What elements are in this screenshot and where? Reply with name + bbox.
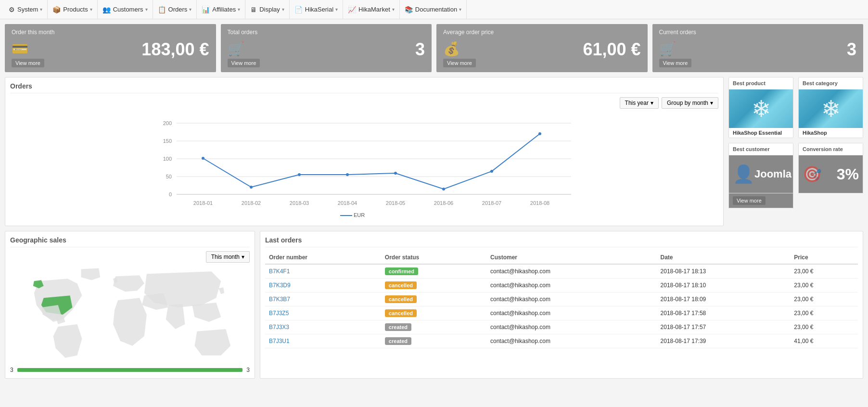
- group-by-month-button[interactable]: Group by month ▾: [662, 97, 718, 109]
- this-year-button[interactable]: This year ▾: [620, 97, 659, 109]
- svg-point-25: [490, 170, 493, 173]
- best-customer-card: Best customer 👤 Joomla View more: [728, 143, 793, 208]
- status-badge: created: [385, 337, 411, 345]
- orders-nav-icon: 📋: [158, 6, 166, 13]
- navbar-label-orders: Orders: [168, 6, 188, 13]
- stat-card-title-total-orders: Total orders: [228, 29, 425, 36]
- navbar-item-hikamarket[interactable]: 📈HikaMarket▾: [343, 0, 400, 19]
- chevron-products: ▾: [90, 7, 92, 12]
- conversion-rate-title: Conversion rate: [798, 143, 863, 155]
- stat-cards: Order this month 💳 183,00 € View more To…: [5, 24, 863, 72]
- order-link[interactable]: B7K4F1: [269, 268, 290, 275]
- chevron-down-icon: ▾: [651, 100, 653, 106]
- navbar-item-documentation[interactable]: 📚Documentation▾: [400, 0, 467, 19]
- stat-card-title-order-this-month: Order this month: [12, 29, 209, 36]
- navbar: ⚙System▾📦Products▾👥Customers▾📋Orders▾📊Af…: [0, 0, 868, 19]
- best-product-image: ❄: [729, 89, 793, 128]
- table-row: B7J3Z5 cancelled contact@hikashop.com 20…: [265, 306, 858, 320]
- view-more-btn-average-order-price[interactable]: View more: [443, 59, 476, 67]
- customer-cell: contact@hikashop.com: [486, 306, 657, 320]
- customer-cell: contact@hikashop.com: [486, 264, 657, 279]
- order-link[interactable]: B7K3B7: [269, 296, 290, 303]
- stat-card-current-orders: Current orders 🛒 3 View more: [652, 24, 864, 72]
- date-cell: 2018-08-17 17:58: [657, 306, 791, 320]
- chevron-down-icon-2: ▾: [710, 100, 713, 106]
- chevron-display: ▾: [282, 7, 284, 12]
- status-badge: cancelled: [385, 309, 417, 317]
- stat-card-value-order-this-month: 183,00 €: [12, 39, 209, 60]
- status-badge: cancelled: [385, 281, 417, 289]
- price-cell: 23,00 €: [790, 293, 858, 306]
- col-order-number: Order number: [265, 251, 381, 264]
- date-cell: 2018-08-17 18:13: [657, 264, 791, 279]
- view-more-btn-current-orders[interactable]: View more: [659, 59, 692, 67]
- navbar-label-products: Products: [63, 6, 88, 13]
- geo-bar: [17, 368, 243, 372]
- conversion-rate-card: Conversion rate 🎯 3%: [798, 143, 863, 208]
- hikamarket-nav-icon: 📈: [348, 6, 356, 13]
- order-status-cell: created: [381, 320, 486, 334]
- order-status-cell: cancelled: [381, 279, 486, 293]
- best-customer-view-more[interactable]: View more: [733, 196, 766, 205]
- stat-card-icon-order-this-month: 💳: [12, 41, 28, 57]
- chevron-hikaserial: ▾: [335, 7, 338, 12]
- view-more-btn-total-orders[interactable]: View more: [228, 59, 260, 67]
- navbar-label-display: Display: [259, 6, 280, 13]
- customer-avatar-icon: 👤: [733, 164, 754, 184]
- this-month-button[interactable]: This month ▾: [206, 251, 250, 263]
- chevron-customers: ▾: [145, 7, 148, 12]
- navbar-item-display[interactable]: 🖥Display▾: [245, 0, 290, 19]
- system-nav-icon: ⚙: [9, 6, 15, 13]
- customer-cell: contact@hikashop.com: [486, 293, 657, 306]
- svg-text:2018-04: 2018-04: [338, 200, 357, 206]
- this-month-label: This month: [211, 254, 240, 260]
- navbar-item-system[interactable]: ⚙System▾: [4, 0, 48, 19]
- stat-card-value-average-order-price: 61,00 €: [443, 39, 641, 60]
- date-cell: 2018-08-17 18:09: [657, 293, 791, 306]
- chevron-system: ▾: [40, 7, 42, 12]
- line-chart-svg: 0 50 100 150 200 2018-01 2018-02 2018-03…: [10, 114, 718, 219]
- group-by-month-label: Group by month: [667, 100, 708, 106]
- world-map-svg: [10, 267, 250, 363]
- col-price: Price: [790, 251, 858, 264]
- customer-name: Joomla: [754, 168, 791, 180]
- this-year-label: This year: [625, 100, 649, 106]
- stat-card-icon-average-order-price: 💰: [443, 41, 460, 57]
- stat-card-order-this-month: Order this month 💳 183,00 € View more: [5, 24, 216, 72]
- order-link[interactable]: B7K3D9: [269, 282, 291, 289]
- products-nav-icon: 📦: [52, 6, 61, 13]
- date-cell: 2018-08-17 17:57: [657, 320, 791, 334]
- hikaserial-nav-icon: 📄: [294, 6, 303, 13]
- best-product-name: HikaShop Essential: [729, 128, 793, 138]
- order-number-cell: B7K3D9: [265, 279, 381, 293]
- best-product-title: Best product: [729, 77, 793, 89]
- navbar-item-products[interactable]: 📦Products▾: [48, 0, 97, 19]
- navbar-item-customers[interactable]: 👥Customers▾: [98, 0, 153, 19]
- svg-point-21: [298, 173, 301, 176]
- price-cell: 23,00 €: [790, 320, 858, 334]
- col-date: Date: [657, 251, 791, 264]
- last-orders-panel: Last orders Order number Order status Cu…: [260, 231, 863, 379]
- svg-text:2018-08: 2018-08: [530, 200, 549, 206]
- order-link[interactable]: B7J3X3: [269, 324, 289, 331]
- navbar-item-affiliates[interactable]: 📊Affiliates▾: [197, 0, 245, 19]
- best-category-image: ❄: [799, 89, 863, 128]
- price-cell: 23,00 €: [790, 279, 858, 293]
- orders-panel: Orders This year ▾ Group by month ▾: [5, 77, 724, 226]
- navbar-label-documentation: Documentation: [415, 6, 457, 13]
- order-link[interactable]: B7J3Z5: [269, 310, 289, 317]
- chevron-hikamarket: ▾: [392, 7, 395, 12]
- order-link[interactable]: B7J3U1: [269, 338, 290, 344]
- navbar-item-hikaserial[interactable]: 📄HikaSerial▾: [290, 0, 343, 19]
- geo-legend: 3 3: [10, 367, 250, 373]
- geo-panel-title: Geographic sales: [10, 236, 250, 247]
- order-status-cell: confirmed: [381, 264, 486, 279]
- svg-point-20: [250, 186, 253, 189]
- view-more-btn-order-this-month[interactable]: View more: [12, 59, 44, 67]
- best-customer-title: Best customer: [728, 143, 793, 155]
- chart-container: 0 50 100 150 200 2018-01 2018-02 2018-03…: [10, 114, 718, 221]
- table-row: B7J3U1 created contact@hikashop.com 2018…: [265, 334, 858, 348]
- navbar-label-affiliates: Affiliates: [212, 6, 236, 13]
- conversion-rate-value: 3%: [837, 165, 859, 183]
- navbar-item-orders[interactable]: 📋Orders▾: [153, 0, 197, 19]
